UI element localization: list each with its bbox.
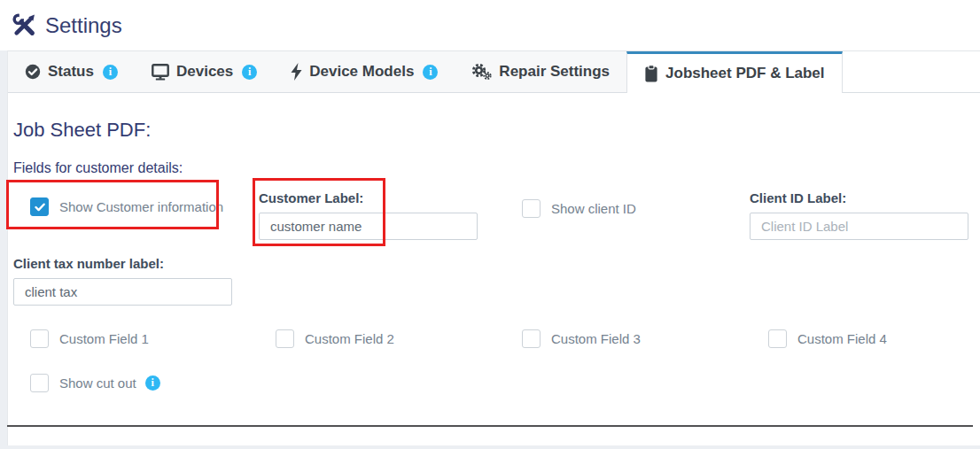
checkbox-label: Show client ID	[551, 201, 636, 216]
checkbox-unchecked-icon[interactable]	[522, 199, 541, 218]
info-icon[interactable]	[145, 375, 160, 391]
checkbox-label: Custom Field 4	[797, 331, 887, 346]
checkbox-unchecked-icon[interactable]	[276, 329, 294, 348]
checkbox-unchecked-icon[interactable]	[522, 329, 541, 348]
tab-devices[interactable]: Devices	[135, 51, 274, 92]
checkbox-label: Custom Field 1	[59, 331, 149, 346]
customer-label-field-label: Customer Label:	[259, 190, 504, 205]
tab-jobsheet-pdf-label[interactable]: Jobsheet PDF & Label	[626, 51, 842, 93]
info-icon[interactable]	[103, 65, 118, 80]
fields-subtitle: Fields for customer details:	[13, 160, 980, 176]
bolt-icon	[291, 63, 302, 81]
client-id-field-label: Client ID Label:	[750, 190, 980, 205]
checkbox-unchecked-icon[interactable]	[768, 329, 787, 348]
custom-field-1-checkbox[interactable]: Custom Field 1	[30, 329, 149, 348]
section-divider	[7, 425, 973, 427]
client-tax-row: Client tax number label:	[13, 256, 980, 306]
clipboard-icon	[644, 65, 658, 82]
customer-label-input[interactable]	[259, 213, 478, 240]
checkbox-unchecked-icon[interactable]	[30, 329, 49, 348]
tab-label: Devices	[176, 63, 233, 81]
show-customer-information-checkbox[interactable]: Show Customer information	[30, 197, 223, 216]
check-circle-icon	[25, 64, 41, 80]
show-cut-out-row: Show cut out	[30, 374, 980, 396]
checkbox-label: Custom Field 2	[305, 331, 394, 346]
info-icon[interactable]	[423, 65, 438, 80]
show-client-id-checkbox[interactable]: Show client ID	[522, 199, 636, 218]
custom-field-2-checkbox[interactable]: Custom Field 2	[276, 329, 394, 348]
checkbox-checked-icon[interactable]	[30, 197, 49, 216]
page-header: Settings	[0, 0, 980, 50]
checkbox-label: Show cut out	[59, 375, 136, 391]
client-tax-field-label: Client tax number label:	[13, 256, 980, 271]
tab-label: Device Models	[309, 63, 414, 81]
client-tax-input[interactable]	[13, 278, 232, 306]
checkbox-unchecked-icon[interactable]	[30, 374, 49, 392]
tab-label: Repair Settings	[499, 63, 610, 81]
tab-label: Jobsheet PDF & Label	[665, 65, 824, 82]
custom-fields-row: Custom Field 1 Custom Field 2 Custom Fie…	[13, 329, 980, 352]
section-title: Job Sheet PDF:	[13, 119, 980, 142]
custom-field-4-checkbox[interactable]: Custom Field 4	[768, 329, 887, 348]
page-title: Settings	[45, 13, 122, 38]
show-cut-out-checkbox[interactable]: Show cut out	[30, 374, 160, 392]
client-id-label-input[interactable]	[750, 213, 968, 240]
tab-repair-settings[interactable]: Repair Settings	[455, 51, 626, 92]
tab-bar: Status Devices	[8, 51, 980, 93]
custom-field-3-checkbox[interactable]: Custom Field 3	[522, 329, 641, 348]
info-icon[interactable]	[242, 65, 257, 80]
cogs-icon	[471, 63, 492, 81]
checkbox-label: Show Customer information	[59, 199, 223, 214]
customer-details-row: Show Customer information Customer Label…	[13, 182, 980, 240]
tab-list: Status Devices	[8, 51, 843, 92]
tab-device-models[interactable]: Device Models	[274, 51, 455, 92]
checkbox-label: Custom Field 3	[551, 331, 641, 346]
monitor-icon	[152, 64, 169, 81]
tab-label: Status	[48, 63, 94, 81]
settings-tools-icon	[12, 13, 36, 37]
tab-status[interactable]: Status	[8, 51, 135, 92]
settings-card: Status Devices	[7, 50, 980, 445]
jobsheet-pdf-panel: Job Sheet PDF: Fields for customer detai…	[8, 119, 980, 427]
